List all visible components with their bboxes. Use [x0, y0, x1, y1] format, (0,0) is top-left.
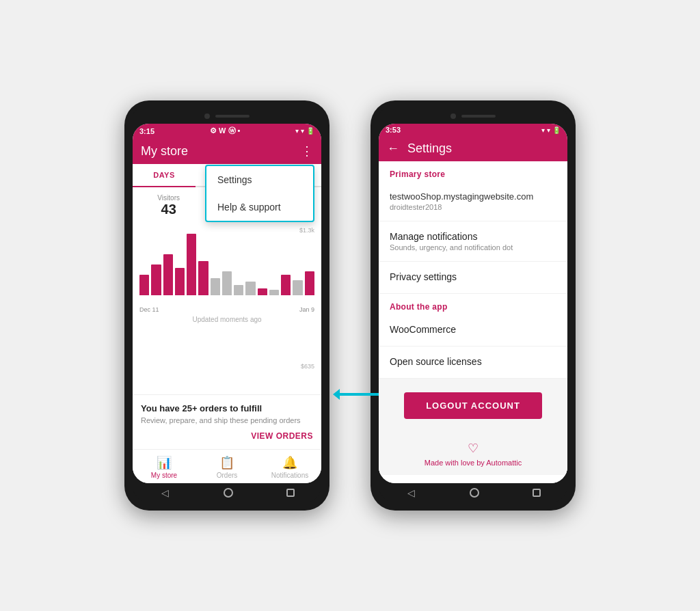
settings-content: Primary store testwooShop.mystagingwebsi… [379, 161, 567, 483]
phone2-header: ← Settings [379, 136, 567, 161]
camera-dot-2 [450, 113, 456, 119]
app-nav-notifications-label: Notifications [271, 472, 308, 479]
recents-button-1[interactable] [286, 489, 295, 497]
orders-icon: 📋 [219, 455, 234, 470]
chart-update-text: Updated moments ago [139, 316, 314, 323]
back-icon-2: ◁ [407, 487, 415, 498]
home-button-1[interactable] [224, 488, 233, 498]
status-icons-left: ⚙ W ⓦ • [210, 126, 240, 136]
back-icon-1: ◁ [161, 487, 169, 498]
phone1-title: My store [141, 144, 188, 159]
back-arrow-btn[interactable]: ← [387, 141, 399, 156]
phone-2-screen: 3:53 ▾ ▾ 🔋 ← Settings Primary store test… [379, 124, 567, 483]
chart-x-labels: Dec 11 Jan 9 [139, 306, 314, 313]
chart-bar [222, 271, 232, 295]
app-nav-mystore[interactable]: 📊 My store [133, 450, 196, 483]
speaker-bar [215, 115, 250, 118]
footer-section: ♡ Made with love by Automattic [379, 433, 567, 475]
stat-visitors: Visitors 43 [139, 194, 198, 217]
recents-button-2[interactable] [533, 489, 541, 497]
chart-bar [139, 275, 149, 295]
store-username: droidtester2018 [390, 203, 556, 211]
settings-woocommerce[interactable]: WooCommerce [379, 314, 567, 347]
status-bar-2: 3:53 ▾ ▾ 🔋 [379, 124, 567, 136]
manage-notifications-title: Manage notifications [390, 231, 556, 242]
status-bar-1: 3:15 ⚙ W ⓦ • ▾ ▾ 🔋 [133, 124, 321, 138]
status-icons-right-2: ▾ ▾ 🔋 [541, 126, 561, 134]
footer-text: Made with love by Automattic [387, 459, 559, 467]
orders-title: You have 25+ orders to fulfill [141, 403, 313, 413]
chart-bar [198, 261, 208, 295]
dropdown-item-help[interactable]: Help & support [206, 193, 313, 221]
app-nav-mystore-label: My store [151, 472, 177, 479]
tab-days[interactable]: DAYS [133, 164, 196, 186]
stat-visitors-value: 43 [139, 202, 198, 217]
chart-area: $1.3k $635 Dec 11 Jan 9 Updated moments … [133, 224, 321, 394]
app-nav-orders-label: Orders [217, 472, 238, 479]
phone-1-top-bar [133, 109, 321, 124]
open-source-title: Open source licenses [390, 356, 556, 367]
chart-bar [234, 285, 243, 295]
chart-bar [293, 280, 302, 295]
woocommerce-title: WooCommerce [390, 324, 556, 335]
chart-bar [269, 290, 279, 295]
stat-visitors-label: Visitors [139, 194, 198, 202]
chart-x-label-start: Dec 11 [139, 306, 159, 313]
app-nav-notifications[interactable]: 🔔 Notifications [258, 450, 321, 483]
status-icons-right-1: ▾ ▾ 🔋 [295, 127, 314, 135]
status-time-2: 3:53 [386, 126, 401, 134]
manage-notifications-subtitle: Sounds, urgency, and notification dot [390, 243, 556, 252]
chart-bar [281, 275, 291, 295]
phone-1: 3:15 ⚙ W ⓦ • ▾ ▾ 🔋 My store ⋮ Settings H… [124, 100, 329, 511]
phone2-title: Settings [407, 141, 452, 156]
settings-manage-notifications[interactable]: Manage notifications Sounds, urgency, an… [379, 221, 567, 262]
privacy-settings-title: Privacy settings [390, 271, 556, 282]
chart-bar [175, 268, 185, 295]
view-orders-button[interactable]: VIEW ORDERS [141, 431, 313, 441]
chart-bar [305, 271, 314, 295]
phone-1-bottom-bar: ◁ [133, 483, 321, 502]
heart-icon: ♡ [387, 441, 559, 456]
phone-2: 3:53 ▾ ▾ 🔋 ← Settings Primary store test… [371, 100, 576, 511]
settings-privacy[interactable]: Privacy settings [379, 262, 567, 294]
back-button-2[interactable]: ◁ [405, 487, 416, 498]
orders-subtitle: Review, prepare, and ship these pending … [141, 416, 313, 424]
app-nav-orders[interactable]: 📋 Orders [196, 450, 258, 483]
chart-y-label-top: $1.3k [299, 227, 314, 234]
status-time-1: 3:15 [139, 127, 154, 135]
home-button-2[interactable] [470, 488, 479, 498]
store-url: testwooShop.mystagingwebsite.com [390, 191, 556, 202]
logout-section: LOGOUT ACCOUNT [379, 379, 567, 433]
section-label-primary-store: Primary store [379, 161, 567, 182]
phone-2-top-bar [379, 109, 567, 124]
chart-bar [151, 264, 161, 295]
phone1-header: My store ⋮ [133, 138, 321, 164]
menu-icon[interactable]: ⋮ [301, 144, 313, 159]
mystore-icon: 📊 [157, 455, 172, 470]
logout-button[interactable]: LOGOUT ACCOUNT [404, 392, 542, 419]
phones-container: 3:15 ⚙ W ⓦ • ▾ ▾ 🔋 My store ⋮ Settings H… [124, 100, 576, 511]
section-label-about-app: About the app [379, 294, 567, 314]
orders-section: You have 25+ orders to fulfill Review, p… [133, 394, 321, 449]
app-nav: 📊 My store 📋 Orders 🔔 Notifications [133, 449, 321, 483]
chart-y-label-mid: $635 [301, 363, 314, 370]
arrow-body [340, 393, 381, 396]
chart-bar [211, 278, 220, 295]
chart-x-label-end: Jan 9 [299, 306, 314, 313]
phone-1-screen: 3:15 ⚙ W ⓦ • ▾ ▾ 🔋 My store ⋮ Settings H… [133, 124, 321, 483]
back-button-1[interactable]: ◁ [159, 487, 170, 498]
settings-open-source[interactable]: Open source licenses [379, 347, 567, 379]
camera-dot [204, 113, 210, 119]
dropdown-item-settings[interactable]: Settings [206, 166, 313, 193]
phone-2-bottom-bar: ◁ [379, 483, 567, 502]
chart-bar [258, 288, 267, 295]
chart-bars [139, 227, 314, 295]
chart-bar [163, 254, 173, 295]
chart-bar [245, 282, 255, 295]
speaker-bar-2 [461, 115, 496, 118]
dropdown-menu: Settings Help & support [205, 165, 314, 222]
chart-bar [187, 234, 196, 295]
settings-store-info[interactable]: testwooShop.mystagingwebsite.com droidte… [379, 182, 567, 221]
notifications-icon: 🔔 [282, 455, 297, 470]
arrow-tail [333, 389, 340, 400]
